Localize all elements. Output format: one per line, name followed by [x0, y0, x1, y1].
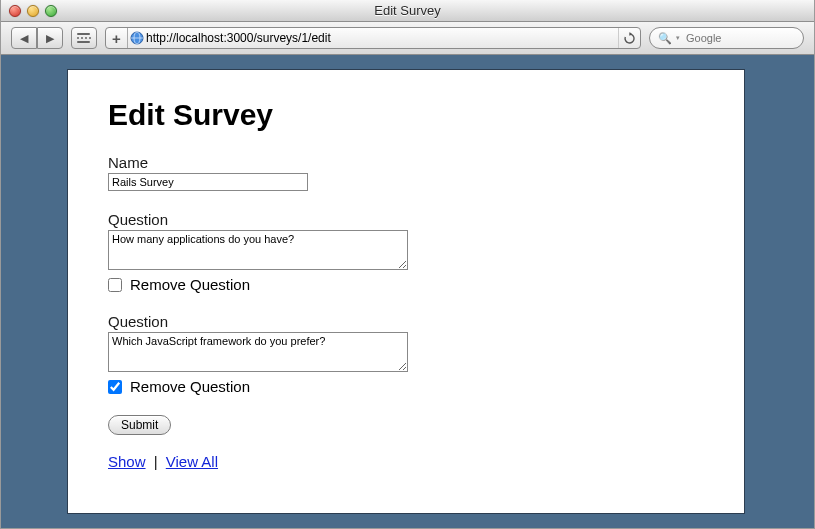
url-input[interactable] — [146, 28, 618, 48]
name-label: Name — [108, 154, 704, 171]
close-icon[interactable] — [9, 5, 21, 17]
remove-question-label[interactable]: Remove Question — [130, 378, 250, 395]
browser-viewport: Edit Survey Name Question Remove Questio… — [1, 55, 814, 528]
zoom-icon[interactable] — [45, 5, 57, 17]
question-block-1: Question Remove Question — [108, 211, 704, 293]
question-textarea[interactable] — [108, 332, 408, 372]
search-bar[interactable]: 🔍 ▾ — [649, 27, 804, 49]
forward-button[interactable]: ▶ — [37, 27, 63, 49]
submit-button[interactable]: Submit — [108, 415, 171, 435]
browser-toolbar: ◀ ▶ + 🔍 ▾ — [1, 22, 814, 55]
remove-question-row: Remove Question — [108, 378, 704, 395]
footer-links: Show | View All — [108, 453, 704, 470]
name-field: Name — [108, 154, 704, 191]
add-bookmark-button[interactable]: + — [106, 28, 128, 48]
address-bar[interactable]: + — [105, 27, 641, 49]
remove-question-row: Remove Question — [108, 276, 704, 293]
reader-button[interactable] — [71, 27, 97, 49]
reload-icon — [623, 32, 636, 45]
window-title: Edit Survey — [1, 3, 814, 18]
remove-question-checkbox[interactable] — [108, 380, 122, 394]
submit-row: Submit — [108, 415, 704, 435]
link-separator: | — [150, 453, 162, 470]
window-controls — [9, 5, 57, 17]
chevron-down-icon: ▾ — [676, 34, 680, 42]
question-textarea[interactable] — [108, 230, 408, 270]
reload-button[interactable] — [618, 28, 640, 48]
view-all-link[interactable]: View All — [166, 453, 218, 470]
reader-icon — [74, 33, 94, 43]
window-titlebar: Edit Survey — [1, 0, 814, 22]
question-label: Question — [108, 211, 704, 228]
show-link[interactable]: Show — [108, 453, 146, 470]
search-input[interactable] — [684, 31, 815, 45]
nav-buttons: ◀ ▶ — [11, 27, 63, 49]
chevron-left-icon: ◀ — [20, 33, 28, 44]
back-button[interactable]: ◀ — [11, 27, 37, 49]
name-input[interactable] — [108, 173, 308, 191]
question-label: Question — [108, 313, 704, 330]
remove-question-checkbox[interactable] — [108, 278, 122, 292]
page-title: Edit Survey — [108, 98, 704, 132]
chevron-right-icon: ▶ — [46, 33, 54, 44]
question-block-2: Question Remove Question — [108, 313, 704, 395]
globe-icon — [128, 31, 146, 45]
remove-question-label[interactable]: Remove Question — [130, 276, 250, 293]
page-content: Edit Survey Name Question Remove Questio… — [67, 69, 745, 514]
minimize-icon[interactable] — [27, 5, 39, 17]
search-icon: 🔍 — [658, 32, 672, 45]
